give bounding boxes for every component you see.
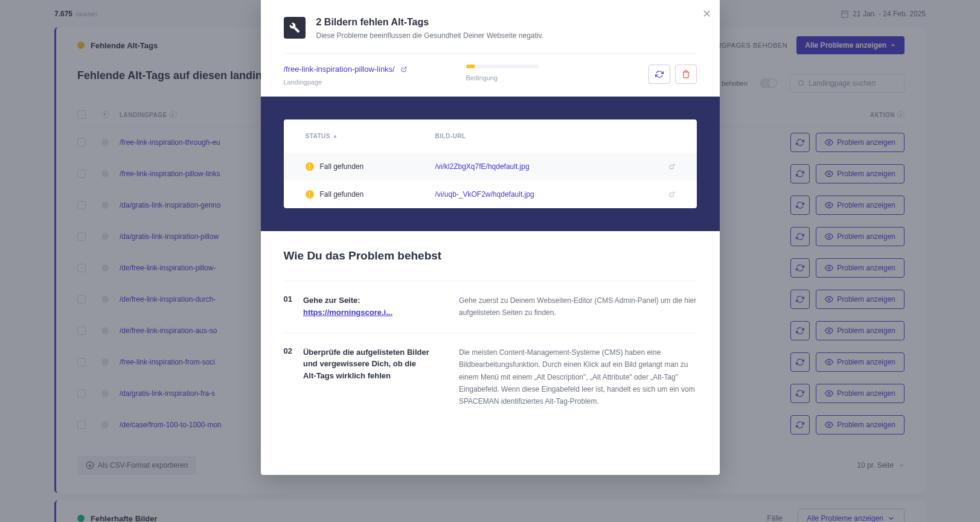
delete-button[interactable] — [675, 65, 697, 84]
warning-icon: ! — [306, 190, 314, 199]
howto-title: Wie Du das Problem behebst — [284, 249, 697, 263]
landingpage-label: Landingpage — [284, 78, 448, 86]
landingpage-link[interactable]: /free-link-inspiration-pillow-links/ — [284, 65, 448, 74]
image-row: !Fall gefunden /vi/kl2ZbgXq7fE/hqdefault… — [284, 153, 697, 180]
modal-title: 2 Bildern fehlen Alt-Tags — [316, 17, 543, 28]
howto-step: 01 Gehe zur Seite: https://morningscore.… — [284, 281, 697, 333]
condition-progress — [466, 65, 539, 68]
refresh-button[interactable] — [649, 65, 670, 84]
image-url-link[interactable]: /vi/uqb-_VkOF2w/hqdefault.jpg — [435, 190, 534, 199]
warning-icon: ! — [306, 162, 314, 171]
close-button[interactable]: ✕ — [702, 7, 711, 21]
col-bild-url: BILD-URL — [435, 133, 675, 139]
status-text: Fall gefunden — [320, 162, 364, 171]
howto-step: 02 Überprüfe die aufgelisteten Bilder un… — [284, 333, 697, 421]
problem-detail-modal: ✕ 2 Bildern fehlen Alt-Tags Diese Proble… — [261, 0, 720, 475]
sort-icon: ▲ — [333, 133, 338, 139]
modal-subtitle: Diese Probleme beeinflussen die Gesundhe… — [316, 31, 543, 40]
trash-icon — [682, 70, 690, 78]
image-url-link[interactable]: /vi/kl2ZbgXq7fE/hqdefault.jpg — [435, 162, 530, 171]
howto-link[interactable]: https://morningscore.i... — [303, 308, 392, 317]
step-number: 02 — [284, 346, 292, 408]
external-link-icon — [401, 66, 407, 72]
step-number: 01 — [284, 294, 292, 319]
condition-label: Bedingung — [466, 74, 630, 81]
step-heading: Gehe zur Seite: https://morningscore.i..… — [303, 294, 430, 319]
image-row: !Fall gefunden /vi/uqb-_VkOF2w/hqdefault… — [284, 180, 697, 208]
status-text: Fall gefunden — [320, 190, 364, 199]
external-link-icon[interactable] — [669, 164, 675, 170]
refresh-icon — [655, 70, 664, 78]
step-body: Gehe zuerst zu Deinem Webseiten-Editor (… — [459, 294, 697, 319]
external-link-icon[interactable] — [669, 191, 675, 197]
wrench-icon — [284, 17, 306, 39]
step-heading: Überprüfe die aufgelisteten Bilder und v… — [303, 346, 430, 408]
step-body: Die meisten Content-Management-Systeme (… — [459, 346, 697, 408]
col-status[interactable]: STATUS ▲ — [306, 133, 435, 139]
